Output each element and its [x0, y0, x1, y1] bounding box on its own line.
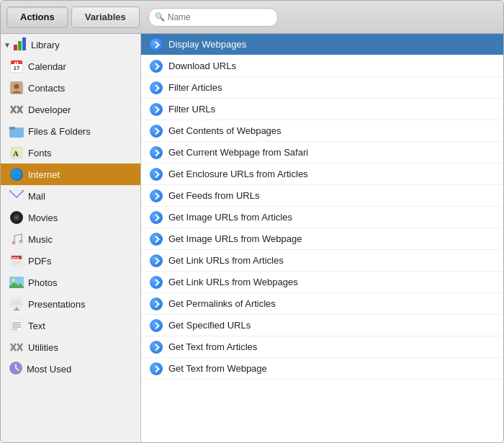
- action-icon: [150, 189, 163, 202]
- sidebar-label-pdfs: PDFs: [28, 256, 52, 267]
- actions-tab[interactable]: Actions: [6, 6, 68, 28]
- action-icon: [150, 341, 163, 354]
- action-icon: [150, 81, 163, 94]
- sidebar: ▼ Library ▮▮ 17: [1, 34, 141, 442]
- sidebar-item-internet[interactable]: 🌐 Internet: [1, 164, 140, 185]
- sidebar-label-internet: Internet: [28, 169, 60, 180]
- library-label: Library: [31, 40, 60, 50]
- sidebar-label-calendar: Calendar: [28, 61, 66, 72]
- library-header[interactable]: ▼ Library: [1, 34, 140, 55]
- most-used-icon: [9, 362, 22, 377]
- action-item[interactable]: Get Image URLs from Articles: [141, 207, 503, 228]
- library-icon: [14, 37, 28, 53]
- sidebar-item-text[interactable]: Text: [1, 315, 140, 336]
- svg-rect-2: [22, 37, 26, 50]
- action-label: Get Contents of Webpages: [168, 125, 282, 136]
- sidebar-item-utilities[interactable]: Utilities: [1, 336, 140, 358]
- action-label: Download URLs: [168, 61, 236, 71]
- sidebar-item-photos[interactable]: Photos: [1, 272, 140, 293]
- action-icon: [150, 168, 163, 181]
- photos-icon: [9, 275, 24, 290]
- action-label: Get Feeds from URLs: [168, 190, 259, 201]
- action-item[interactable]: Get Text from Webpage: [141, 358, 503, 380]
- sidebar-label-contacts: Contacts: [28, 83, 65, 94]
- calendar-icon: ▮▮ 17: [9, 59, 24, 73]
- sidebar-item-files-folders[interactable]: Files & Folders: [1, 120, 140, 142]
- svg-point-27: [12, 279, 15, 282]
- svg-point-18: [19, 240, 23, 243]
- sidebar-item-contacts[interactable]: Contacts: [1, 77, 140, 99]
- sidebar-label-fonts: Fonts: [28, 148, 52, 158]
- contacts-icon: [9, 81, 24, 95]
- sidebar-label-photos: Photos: [28, 277, 57, 288]
- search-box: 🔍: [148, 8, 278, 27]
- sidebar-label-presentations: Presentations: [28, 299, 86, 310]
- action-item[interactable]: Filter Articles: [141, 77, 503, 99]
- search-input[interactable]: [168, 12, 271, 22]
- fonts-icon: A: [9, 146, 24, 160]
- svg-point-4: [14, 84, 19, 89]
- action-label: Get Permalinks of Articles: [168, 298, 276, 309]
- action-icon: [150, 211, 163, 224]
- action-item[interactable]: Get Current Webpage from Safari: [141, 142, 503, 164]
- variables-tab[interactable]: Variables: [71, 6, 140, 28]
- svg-point-17: [12, 241, 16, 245]
- utilities-icon: [9, 340, 24, 354]
- toolbar: Actions Variables 🔍: [1, 1, 503, 34]
- svg-rect-32: [11, 320, 22, 331]
- action-label: Display Webpages: [168, 39, 246, 50]
- sidebar-item-calendar[interactable]: ▮▮ 17 Calendar: [1, 55, 140, 77]
- action-icon: [150, 125, 163, 138]
- internet-icon: 🌐: [9, 167, 24, 182]
- action-label: Get Text from Articles: [168, 341, 257, 352]
- svg-point-16: [16, 217, 18, 219]
- sidebar-item-pdfs[interactable]: PDF PDFs: [1, 250, 140, 272]
- action-label: Get Enclosure URLs from Articles: [168, 169, 308, 179]
- actions-list: Display WebpagesDownload URLsFilter Arti…: [141, 34, 503, 442]
- action-label: Filter URLs: [168, 104, 215, 115]
- content-area: ▼ Library ▮▮ 17: [1, 34, 503, 442]
- sidebar-item-most-used[interactable]: Most Used: [1, 358, 140, 380]
- action-label: Get Text from Webpage: [168, 363, 267, 374]
- sidebar-label-mail: Mail: [28, 191, 45, 202]
- triangle-icon: ▼: [4, 41, 11, 48]
- action-icon: [150, 319, 163, 332]
- action-item[interactable]: Filter URLs: [141, 99, 503, 120]
- sidebar-item-mail[interactable]: Mail: [1, 185, 140, 207]
- sidebar-label-utilities: Utilities: [28, 342, 58, 353]
- action-item[interactable]: Get Text from Articles: [141, 336, 503, 358]
- sidebar-item-movies[interactable]: Movies: [1, 207, 140, 228]
- action-icon: [150, 146, 163, 159]
- action-item[interactable]: Get Specified URLs: [141, 315, 503, 336]
- action-icon: [150, 254, 163, 267]
- action-item[interactable]: Display Webpages: [141, 34, 503, 55]
- action-item[interactable]: Get Contents of Webpages: [141, 120, 503, 142]
- action-item[interactable]: Get Enclosure URLs from Articles: [141, 164, 503, 185]
- text-icon: [9, 318, 24, 333]
- action-icon: [150, 297, 163, 310]
- action-icon: [150, 38, 163, 51]
- pdfs-icon: PDF: [9, 254, 24, 268]
- sidebar-label-music: Music: [28, 234, 53, 245]
- svg-rect-0: [14, 45, 17, 50]
- action-label: Get Specified URLs: [168, 320, 251, 331]
- presentations-icon: [9, 297, 24, 311]
- action-label: Get Link URLs from Webpages: [168, 277, 298, 287]
- sidebar-item-fonts[interactable]: A Fonts: [1, 142, 140, 164]
- files-folders-icon: [9, 124, 24, 138]
- music-icon: [9, 232, 24, 246]
- sidebar-item-music[interactable]: Music: [1, 228, 140, 250]
- svg-rect-10: [9, 127, 15, 130]
- action-item[interactable]: Get Image URLs from Webpage: [141, 228, 503, 250]
- action-label: Get Image URLs from Webpage: [168, 233, 302, 244]
- sidebar-item-developer[interactable]: Developer: [1, 99, 140, 120]
- action-icon: [150, 362, 163, 375]
- sidebar-label-most-used: Most Used: [27, 364, 71, 375]
- action-item[interactable]: Get Link URLs from Articles: [141, 250, 503, 272]
- sidebar-item-presentations[interactable]: Presentations: [1, 293, 140, 315]
- action-label: Filter Articles: [168, 82, 222, 93]
- action-item[interactable]: Get Link URLs from Webpages: [141, 272, 503, 293]
- action-item[interactable]: Get Feeds from URLs: [141, 185, 503, 207]
- action-item[interactable]: Download URLs: [141, 55, 503, 77]
- action-item[interactable]: Get Permalinks of Articles: [141, 293, 503, 315]
